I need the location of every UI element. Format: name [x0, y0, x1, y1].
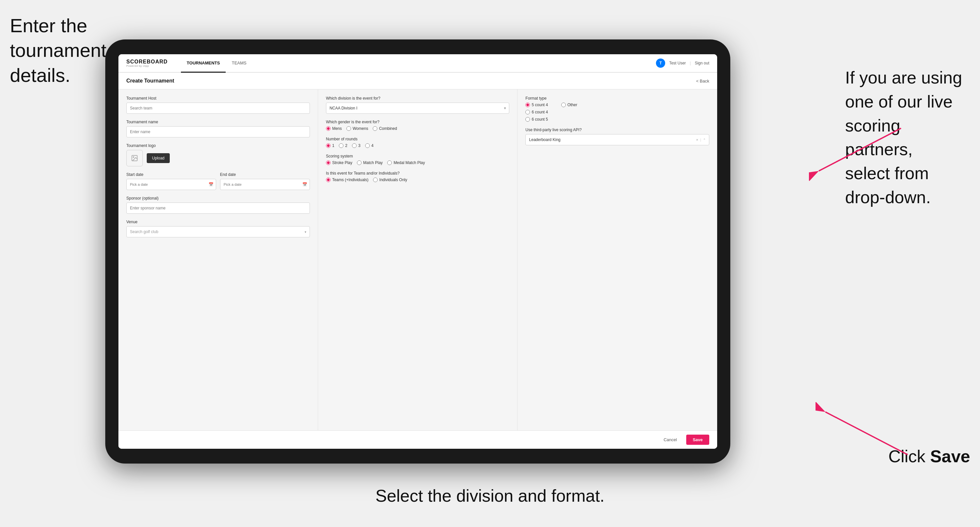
individuals-only-radio[interactable] [373, 178, 378, 182]
rounds-1-radio[interactable] [326, 143, 331, 148]
individuals-only[interactable]: Individuals Only [373, 178, 407, 182]
gender-radio-group: Mens Womens Combined [326, 126, 509, 131]
save-button[interactable]: Save [686, 435, 709, 445]
rounds-1[interactable]: 1 [326, 143, 334, 148]
scoring-medal-match-radio[interactable] [387, 160, 392, 165]
page-title: Create Tournament [126, 78, 174, 84]
start-date-input-wrap: 📅 [126, 179, 216, 190]
format-right-options: Other [561, 103, 578, 122]
scoring-medal-match[interactable]: Medal Match Play [387, 160, 425, 165]
start-date-group: Start date 📅 [126, 172, 216, 190]
third-party-clear-btn[interactable]: × [696, 138, 698, 142]
format-5count4-radio[interactable] [525, 103, 530, 107]
nav-teams[interactable]: TEAMS [226, 54, 252, 73]
format-5count4[interactable]: 5 count 4 [525, 103, 548, 107]
rounds-4[interactable]: 4 [365, 143, 374, 148]
gender-group: Which gender is the event for? Mens Wome… [326, 120, 509, 131]
page-header: Create Tournament < Back [118, 73, 717, 89]
calendar-icon-start: 📅 [208, 182, 213, 187]
gender-mens-radio[interactable] [326, 126, 331, 131]
teams-plus-radio[interactable] [326, 178, 331, 182]
upload-button[interactable]: Upload [147, 153, 170, 163]
division-label: Which division is the event for? [326, 96, 509, 101]
tournament-name-label: Tournament name [126, 120, 310, 124]
svg-point-9 [133, 157, 134, 157]
annotation-bottom-center: Select the division and format. [375, 485, 605, 507]
venue-placeholder: Search golf club [130, 230, 158, 234]
format-type-label: Format type [525, 96, 709, 101]
annotation-top-left: Enter the tournament details. [10, 13, 106, 87]
rounds-4-radio[interactable] [365, 143, 370, 148]
format-6count5-radio[interactable] [525, 117, 530, 122]
scoring-stroke[interactable]: Stroke Play [326, 160, 352, 165]
logo-upload-area: Upload [126, 150, 310, 167]
tournament-host-group: Tournament Host [126, 96, 310, 114]
venue-group: Venue Search golf club ▾ [126, 220, 310, 237]
tournament-logo-label: Tournament logo [126, 143, 310, 148]
navbar-nav: TOURNAMENTS TEAMS [181, 54, 656, 72]
third-party-label: Use third-party live scoring API? [525, 127, 709, 132]
gender-womens[interactable]: Womens [347, 126, 368, 131]
teams-plus-individuals[interactable]: Teams (+Individuals) [326, 178, 368, 182]
rounds-group: Number of rounds 1 2 [326, 137, 509, 148]
nav-tournaments[interactable]: TOURNAMENTS [181, 54, 226, 73]
format-type-group: Format type 5 count 4 6 count 4 [525, 96, 709, 122]
gender-combined[interactable]: Combined [373, 126, 397, 131]
gender-combined-radio[interactable] [373, 126, 377, 131]
scoring-radio-group: Stroke Play Match Play Medal Match Play [326, 160, 509, 165]
back-button[interactable]: < Back [696, 79, 709, 84]
scoring-stroke-radio[interactable] [326, 160, 331, 165]
brand-subtitle: Powered by clipp [126, 64, 168, 67]
gender-label: Which gender is the event for? [326, 120, 509, 124]
gender-womens-radio[interactable] [347, 126, 351, 131]
start-date-input[interactable] [126, 179, 216, 190]
venue-select[interactable]: Search golf club ▾ [126, 226, 310, 237]
venue-label: Venue [126, 220, 310, 224]
scoring-label: Scoring system [326, 154, 509, 159]
tournament-host-input[interactable] [126, 103, 310, 114]
page-content: Create Tournament < Back Tournament Host… [118, 73, 717, 449]
user-label: Test User [669, 61, 686, 65]
tournament-name-input[interactable] [126, 126, 310, 137]
sign-out-link[interactable]: Sign out [695, 61, 709, 65]
rounds-3[interactable]: 3 [352, 143, 361, 148]
navbar-right: T Test User | Sign out [656, 59, 709, 68]
date-row: Start date 📅 End date 📅 [126, 172, 310, 190]
rounds-2-radio[interactable] [339, 143, 344, 148]
logo-placeholder-icon [126, 150, 143, 167]
format-left-options: 5 count 4 6 count 4 6 count 5 [525, 103, 548, 122]
cancel-button[interactable]: Cancel [658, 435, 682, 445]
tournament-name-group: Tournament name [126, 120, 310, 137]
scoring-group: Scoring system Stroke Play Match Play [326, 154, 509, 165]
scoring-match-radio[interactable] [357, 160, 361, 165]
format-other[interactable]: Other [561, 103, 578, 107]
sponsor-label: Sponsor (optional) [126, 196, 310, 200]
gender-mens[interactable]: Mens [326, 126, 342, 131]
navbar-brand: SCOREBOARD Powered by clipp [126, 59, 168, 67]
format-6count5[interactable]: 6 count 5 [525, 117, 548, 122]
annotation-top-right: If you are using one of our live scoring… [845, 66, 970, 210]
scoring-match[interactable]: Match Play [357, 160, 383, 165]
division-select[interactable]: NCAA Division I [326, 103, 509, 114]
end-date-group: End date 📅 [220, 172, 310, 190]
form-body: Tournament Host Tournament name Tourname… [118, 89, 717, 431]
third-party-value: Leaderboard King [529, 137, 560, 142]
third-party-chevron-icon: ⌃ [703, 138, 706, 142]
end-date-input[interactable] [220, 179, 310, 190]
format-6count4-radio[interactable] [525, 110, 530, 114]
sponsor-group: Sponsor (optional) [126, 196, 310, 214]
format-other-radio[interactable] [561, 103, 566, 107]
form-column-1: Tournament Host Tournament name Tourname… [118, 89, 318, 430]
sponsor-input[interactable] [126, 203, 310, 214]
teams-group: Is this event for Teams and/or Individua… [326, 171, 509, 182]
form-column-2: Which division is the event for? NCAA Di… [318, 89, 518, 430]
dates-group: Start date 📅 End date 📅 [126, 172, 310, 190]
format-6count4[interactable]: 6 count 4 [525, 110, 548, 114]
third-party-select[interactable]: Leaderboard King × | ⌃ [525, 134, 709, 145]
division-group: Which division is the event for? NCAA Di… [326, 96, 509, 114]
rounds-2[interactable]: 2 [339, 143, 347, 148]
form-footer: Cancel Save [118, 431, 717, 449]
rounds-3-radio[interactable] [352, 143, 356, 148]
form-column-3: Format type 5 count 4 6 count 4 [517, 89, 717, 430]
rounds-radio-group: 1 2 3 4 [326, 143, 509, 148]
